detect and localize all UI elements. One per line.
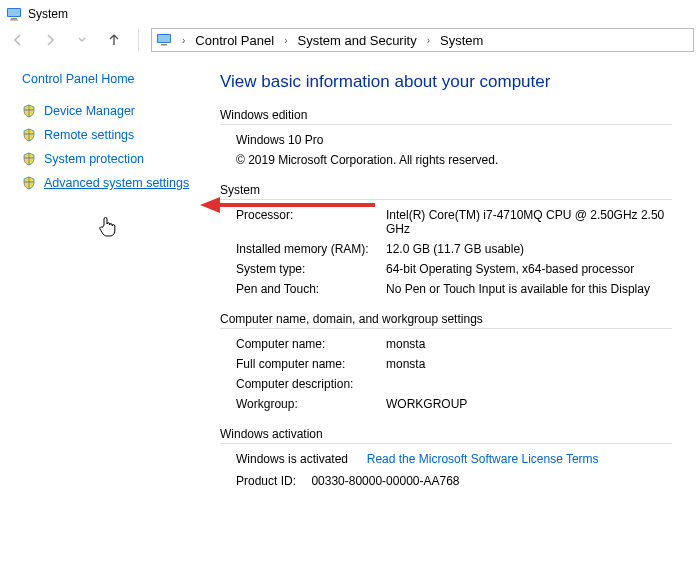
shield-icon: [22, 104, 36, 118]
row-workgroup: Workgroup: WORKGROUP: [236, 397, 672, 411]
sidebar-item-system-protection[interactable]: System protection: [22, 152, 198, 166]
label: System type:: [236, 262, 386, 276]
sidebar-item-device-manager[interactable]: Device Manager: [22, 104, 198, 118]
content: Control Panel Home Device Manager Remote…: [0, 58, 700, 580]
product-id-row: Product ID: 00330-80000-00000-AA768: [236, 474, 672, 488]
value: [386, 377, 672, 391]
chevron-right-icon[interactable]: ›: [178, 35, 189, 46]
label: Product ID:: [236, 474, 296, 488]
navbar: › Control Panel › System and Security › …: [0, 24, 700, 58]
section-head: Computer name, domain, and workgroup set…: [220, 312, 672, 329]
page-title: View basic information about your comput…: [220, 72, 672, 92]
svg-rect-5: [158, 35, 170, 42]
svg-rect-6: [161, 44, 167, 46]
label: Pen and Touch:: [236, 282, 386, 296]
sidebar: Control Panel Home Device Manager Remote…: [0, 58, 210, 580]
value: WORKGROUP: [386, 397, 672, 411]
section-windows-edition: Windows edition Windows 10 Pro © 2019 Mi…: [220, 108, 672, 167]
shield-icon: [22, 152, 36, 166]
chevron-right-icon[interactable]: ›: [280, 35, 291, 46]
svg-rect-3: [10, 20, 18, 21]
value: 64-bit Operating System, x64-based proce…: [386, 262, 672, 276]
titlebar: System: [0, 0, 700, 24]
row-ram: Installed memory (RAM): 12.0 GB (11.7 GB…: [236, 242, 672, 256]
label: Computer description:: [236, 377, 386, 391]
license-terms-link[interactable]: Read the Microsoft Software License Term…: [367, 452, 599, 466]
label: Full computer name:: [236, 357, 386, 371]
label: Processor:: [236, 208, 386, 236]
row-processor: Processor: Intel(R) Core(TM) i7-4710MQ C…: [236, 208, 672, 236]
sidebar-item-remote-settings[interactable]: Remote settings: [22, 128, 198, 142]
sidebar-item-label: Advanced system settings: [44, 176, 189, 190]
section-head: Windows activation: [220, 427, 672, 444]
breadcrumb-seg-1[interactable]: Control Panel: [195, 33, 274, 48]
row-pen-touch: Pen and Touch: No Pen or Touch Input is …: [236, 282, 672, 296]
svg-rect-1: [8, 9, 20, 16]
value: 12.0 GB (11.7 GB usable): [386, 242, 672, 256]
shield-icon: [22, 128, 36, 142]
monitor-icon: [156, 32, 172, 48]
shield-icon: [22, 176, 36, 190]
row-computer-name: Computer name: monsta: [236, 337, 672, 351]
address-bar[interactable]: › Control Panel › System and Security › …: [151, 28, 694, 52]
sidebar-item-advanced-system-settings[interactable]: Advanced system settings: [22, 176, 198, 190]
window-title: System: [28, 7, 68, 21]
nav-separator: [138, 29, 139, 51]
sidebar-item-label: Remote settings: [44, 128, 134, 142]
label: Computer name:: [236, 337, 386, 351]
copyright-text: © 2019 Microsoft Corporation. All rights…: [236, 153, 672, 167]
value: 00330-80000-00000-AA768: [311, 474, 459, 488]
value: monsta: [386, 337, 672, 351]
control-panel-home-link[interactable]: Control Panel Home: [22, 72, 198, 86]
value: Intel(R) Core(TM) i7-4710MQ CPU @ 2.50GH…: [386, 208, 672, 236]
section-head: Windows edition: [220, 108, 672, 125]
activation-status: Windows is activated: [236, 452, 348, 466]
label: Workgroup:: [236, 397, 386, 411]
up-button[interactable]: [102, 28, 126, 52]
activation-status-row: Windows is activated Read the Microsoft …: [236, 452, 672, 466]
back-button[interactable]: [6, 28, 30, 52]
section-head: System: [220, 183, 672, 200]
system-icon: [6, 6, 22, 22]
section-activation: Windows activation Windows is activated …: [220, 427, 672, 488]
svg-rect-2: [11, 18, 17, 20]
section-system: System Processor: Intel(R) Core(TM) i7-4…: [220, 183, 672, 296]
sidebar-item-label: Device Manager: [44, 104, 135, 118]
forward-button[interactable]: [38, 28, 62, 52]
recent-locations-button[interactable]: [70, 28, 94, 52]
breadcrumb-seg-3[interactable]: System: [440, 33, 483, 48]
sidebar-item-label: System protection: [44, 152, 144, 166]
breadcrumb-seg-2[interactable]: System and Security: [297, 33, 416, 48]
row-system-type: System type: 64-bit Operating System, x6…: [236, 262, 672, 276]
row-full-computer-name: Full computer name: monsta: [236, 357, 672, 371]
value: No Pen or Touch Input is available for t…: [386, 282, 672, 296]
main-panel: View basic information about your comput…: [210, 58, 700, 580]
section-identity: Computer name, domain, and workgroup set…: [220, 312, 672, 411]
value: monsta: [386, 357, 672, 371]
chevron-right-icon[interactable]: ›: [423, 35, 434, 46]
edition-name: Windows 10 Pro: [236, 133, 672, 147]
row-computer-description: Computer description:: [236, 377, 672, 391]
label: Installed memory (RAM):: [236, 242, 386, 256]
